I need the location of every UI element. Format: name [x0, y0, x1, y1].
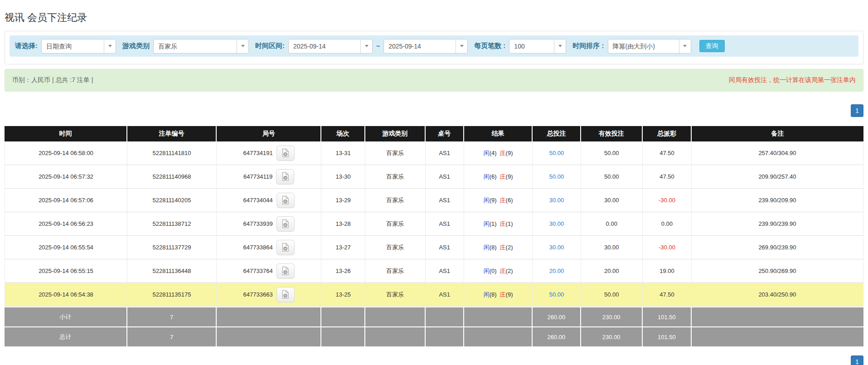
table-body: 2025-09-14 06:58:00 522811141810 6477341… [5, 141, 863, 307]
bet-amount-link[interactable]: 50.00 [549, 173, 564, 180]
footer-valid-bet: 230.00 [581, 307, 643, 326]
cell-valid-bet: 30.00 [581, 189, 643, 212]
round-number-text: 647734191 [243, 150, 273, 156]
cell-session: 13-27 [321, 236, 365, 259]
round-number-text: 647733764 [243, 268, 273, 274]
column-header-11: 备注 [692, 126, 863, 141]
video-file-icon [281, 148, 290, 158]
result-banker-label: 庄 [500, 244, 506, 251]
column-header-8: 总投注 [533, 126, 581, 141]
sort-order-select[interactable]: 降冪(由大到小) [608, 39, 691, 54]
result-banker-score: (1) [506, 220, 513, 227]
cell-game-type: 百家乐 [365, 165, 426, 189]
cell-game-type: 百家乐 [365, 283, 426, 307]
cell-bet-number: 522811140968 [127, 165, 217, 189]
cell-bet-number: 522811140205 [127, 189, 217, 212]
date-to-value: 2025-09-14 [384, 39, 456, 53]
bet-amount-link[interactable]: 30.00 [549, 197, 564, 204]
bet-amount-link[interactable]: 50.00 [549, 291, 564, 298]
per-page-value: 100 [509, 39, 554, 53]
cell-payout: 47.50 [643, 141, 692, 165]
cell-result: 闲(1)庄(1) [464, 212, 533, 236]
cell-note: 239.90/209.90 [692, 189, 863, 212]
cell-round-number: 647733864 [217, 236, 321, 259]
result-banker-score: (2) [506, 268, 513, 274]
table-row: 2025-09-14 06:55:54 522811137729 6477338… [5, 236, 863, 259]
footer-empty [217, 307, 321, 326]
cell-time: 2025-09-14 06:57:32 [5, 165, 127, 189]
video-replay-button[interactable] [276, 263, 295, 279]
cell-valid-bet: 50.00 [581, 165, 643, 189]
bet-amount-link[interactable]: 20.00 [549, 268, 564, 274]
cell-session: 13-30 [321, 165, 365, 189]
footer-count: 7 [127, 307, 217, 326]
cell-table-number: AS1 [426, 236, 464, 259]
cell-game-type: 百家乐 [365, 259, 426, 283]
cell-total-bet: 50.00 [533, 283, 581, 307]
result-player-label: 闲 [484, 244, 490, 251]
cell-table-number: AS1 [426, 283, 464, 307]
query-type-select[interactable]: 日期查询 [41, 39, 116, 54]
footer-empty [464, 326, 533, 346]
result-banker-label: 庄 [500, 197, 506, 204]
cell-result: 闲(6)庄(9) [464, 165, 533, 189]
video-replay-button[interactable] [276, 193, 295, 208]
page-button-1[interactable]: 1 [851, 355, 863, 365]
result-player-score: (9) [490, 197, 497, 204]
result-player-label: 闲 [484, 197, 490, 204]
cell-total-bet: 30.00 [533, 236, 581, 259]
table-row: 2025-09-14 06:57:32 522811140968 6477341… [5, 165, 863, 189]
result-banker-score: (6) [506, 197, 513, 204]
footer-payout: 101.50 [643, 326, 692, 346]
footer-empty [365, 307, 426, 326]
cell-note: 257.40/304.90 [692, 141, 863, 165]
bet-amount-link[interactable]: 30.00 [549, 220, 564, 227]
footer-valid-bet: 230.00 [581, 326, 643, 346]
cell-session: 13-25 [321, 283, 365, 307]
cell-game-type: 百家乐 [365, 236, 426, 259]
video-file-icon [281, 290, 290, 299]
cell-payout: -30.00 [643, 236, 692, 259]
footer-empty [321, 307, 365, 326]
footer-count: 7 [127, 326, 217, 346]
result-player-label: 闲 [484, 173, 490, 180]
cell-payout: 47.50 [643, 165, 692, 189]
result-player-label: 闲 [484, 268, 490, 274]
cell-session: 13-28 [321, 212, 365, 236]
video-replay-button[interactable] [276, 240, 295, 255]
range-separator: ~ [376, 43, 380, 50]
bet-amount-link[interactable]: 30.00 [549, 244, 564, 251]
footer-row-total: 总计7260.00230.00101.50 [5, 326, 863, 346]
result-player-score: (6) [490, 173, 497, 180]
per-page-select[interactable]: 100 [509, 39, 566, 54]
bet-amount-link[interactable]: 50.00 [549, 150, 564, 156]
video-replay-button[interactable] [276, 146, 295, 161]
cell-result: 闲(0)庄(2) [464, 259, 533, 283]
video-replay-button[interactable] [276, 287, 295, 302]
video-replay-button[interactable] [276, 216, 295, 232]
cell-valid-bet: 20.00 [581, 259, 643, 283]
cell-total-bet: 20.00 [533, 259, 581, 283]
cell-payout: 19.00 [643, 259, 692, 283]
result-banker-label: 庄 [500, 291, 506, 298]
video-replay-button[interactable] [276, 169, 294, 185]
chevron-down-icon [679, 39, 691, 53]
page-button-1[interactable]: 1 [851, 104, 863, 117]
cell-payout: 0.00 [643, 212, 692, 236]
video-file-icon [281, 195, 290, 205]
cell-time: 2025-09-14 06:58:00 [5, 141, 127, 165]
cell-result: 闲(4)庄(9) [464, 141, 533, 165]
column-header-9: 有效投注 [581, 126, 643, 141]
cell-valid-bet: 50.00 [581, 141, 643, 165]
date-range-label: 时间区间: [255, 42, 285, 50]
pagination-bottom: 1 [5, 355, 863, 365]
chevron-down-icon [456, 39, 467, 53]
search-button[interactable]: 查询 [699, 40, 725, 52]
date-from-select[interactable]: 2025-09-14 [288, 39, 373, 54]
footer-label: 总计 [5, 326, 127, 346]
footer-empty [365, 326, 426, 346]
video-file-icon [281, 266, 290, 276]
game-type-select[interactable]: 百家乐 [153, 39, 249, 54]
date-from-value: 2025-09-14 [289, 39, 360, 53]
date-to-select[interactable]: 2025-09-14 [383, 39, 468, 54]
